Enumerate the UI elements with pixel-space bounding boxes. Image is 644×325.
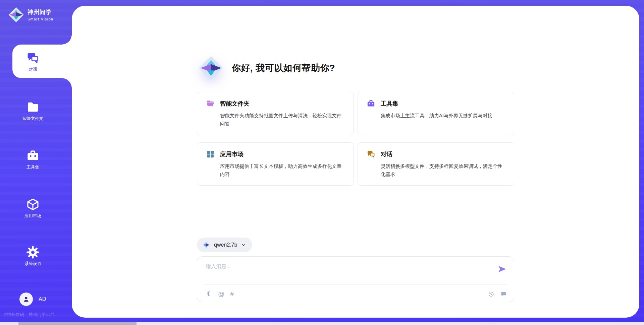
message-icon[interactable] [500, 290, 507, 298]
sidebar-item-smart-folder[interactable]: 智能文件夹 [0, 94, 66, 127]
at-icon[interactable]: @ [218, 291, 224, 297]
chevron-down-icon [241, 242, 246, 248]
sidebar-item-label: 应用市场 [0, 213, 66, 219]
card-chat[interactable]: 对话 灵活切换多模型文件，支持多样回复效果调试，满足个性化需求 [358, 142, 514, 186]
model-name: qwen2:7b [214, 242, 237, 248]
sidebar: 神州问学 Smart Vision 对话 智能文件夹 [0, 0, 72, 325]
brand-name: 神州问学 [28, 8, 53, 16]
active-tab-fillet-top [62, 35, 72, 45]
message-composer: @ # [197, 256, 514, 302]
card-title: 智能文件夹 [220, 100, 250, 108]
gear-icon [26, 246, 40, 259]
user-profile[interactable]: AD [19, 292, 46, 306]
card-smart-folder[interactable]: 智能文件夹 智能文件夹功能支持批量文件上传与清洗，轻松实现文件问答 [197, 92, 354, 135]
user-name: AD [39, 296, 46, 302]
card-app-market[interactable]: 应用市场 应用市场提供丰富长文本模板，助力高效生成多样化文章内容 [197, 142, 354, 186]
brand-subtitle: Smart Vision [28, 17, 53, 21]
copyright-text: ©神州数码 · 神州问学出品 [4, 312, 74, 318]
history-icon[interactable] [487, 290, 494, 298]
hash-icon[interactable]: # [230, 291, 234, 297]
folder-icon [26, 101, 40, 114]
cube-icon [26, 198, 40, 211]
grid-icon [206, 150, 215, 158]
assistant-logo-icon [198, 55, 224, 81]
sidebar-item-toolkit[interactable]: 工具集 [0, 142, 66, 176]
horizontal-scrollbar [0, 322, 644, 325]
sidebar-item-label: 智能文件夹 [0, 116, 66, 122]
brand: 神州问学 Smart Vision [8, 7, 53, 23]
person-icon [22, 295, 30, 303]
card-description: 智能文件夹功能支持批量文件上传与清洗，轻松实现文件问答 [220, 112, 344, 128]
folder-open-icon [206, 99, 215, 108]
sidebar-item-label: 工具集 [0, 165, 66, 170]
model-selector[interactable]: qwen2:7b [197, 238, 252, 252]
main-panel: 你好, 我可以如何帮助你? 智能文件夹 智能文件夹功能支持批量文件上传与清洗，轻… [72, 6, 639, 318]
brand-logo-icon [8, 7, 24, 23]
app-root: 神州问学 Smart Vision 对话 智能文件夹 [0, 0, 644, 325]
model-logo-icon [202, 241, 210, 249]
send-icon[interactable] [497, 264, 507, 274]
avatar [19, 292, 33, 306]
chat-bubbles-icon [367, 150, 375, 158]
greeting-text: 你好, 我可以如何帮助你? [232, 62, 335, 74]
sidebar-item-app-market[interactable]: 应用市场 [0, 191, 66, 224]
active-tab-fillet-bottom [62, 78, 72, 88]
paperclip-icon[interactable] [206, 290, 212, 298]
scrollbar-thumb[interactable] [18, 322, 137, 325]
toolbox-icon [26, 149, 40, 162]
card-title: 应用市场 [220, 150, 244, 158]
chat-bubbles-icon [26, 51, 40, 65]
message-input[interactable] [197, 257, 514, 278]
sidebar-item-chat[interactable]: 对话 [0, 45, 66, 78]
card-title: 工具集 [381, 100, 398, 108]
greeting: 你好, 我可以如何帮助你? [197, 55, 514, 81]
card-toolkit[interactable]: 工具集 集成市场上主流工具，助力AI与外界无缝扩展与对接 [358, 92, 514, 135]
feature-cards: 智能文件夹 智能文件夹功能支持批量文件上传与清洗，轻松实现文件问答 工具集 [197, 92, 514, 186]
card-description: 灵活切换多模型文件，支持多样回复效果调试，满足个性化需求 [381, 162, 505, 179]
composer-divider [204, 284, 507, 285]
card-description: 应用市场提供丰富长文本模板，助力高效生成多样化文章内容 [220, 162, 344, 179]
card-title: 对话 [381, 150, 392, 158]
sidebar-item-label: 对话 [0, 67, 66, 72]
card-description: 集成市场上主流工具，助力AI与外界无缝扩展与对接 [381, 112, 505, 120]
toolbox-icon [367, 99, 375, 108]
sidebar-item-label: 系统设置 [0, 261, 66, 267]
sidebar-item-settings[interactable]: 系统设置 [0, 239, 66, 272]
